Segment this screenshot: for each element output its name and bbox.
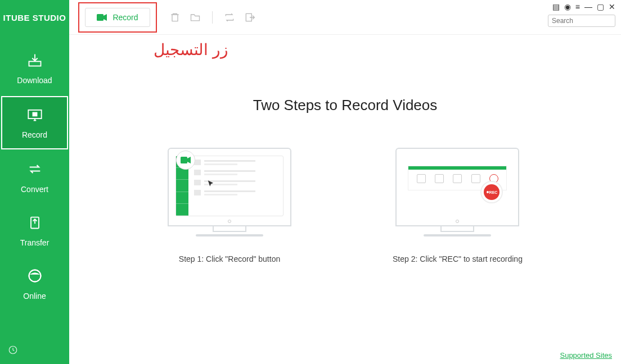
toolbar: Record <box>69 0 621 35</box>
main-area: ▤ ◉ ≡ — ▢ ✕ Record <box>69 0 621 364</box>
sidebar-item-label: Download <box>17 76 52 85</box>
menu-icon[interactable]: ≡ <box>575 2 580 11</box>
sidebar-item-record[interactable]: Record <box>1 96 68 149</box>
transfer-icon <box>27 215 43 230</box>
step2-caption: Step 2: Click "REC" to start recording <box>393 254 523 263</box>
sidebar-item-online[interactable]: Online <box>0 257 69 311</box>
titlebar: ▤ ◉ ≡ — ▢ ✕ <box>552 2 615 11</box>
feedback-icon[interactable]: ▤ <box>552 2 560 11</box>
rec-label: REC <box>489 190 498 194</box>
content: Two Steps to Record Videos <box>69 35 621 364</box>
maximize-icon[interactable]: ▢ <box>597 2 604 11</box>
record-icon <box>27 107 43 122</box>
svg-rect-0 <box>29 61 40 66</box>
sidebar-item-label: Transfer <box>20 238 50 247</box>
record-button-label: Record <box>112 13 138 22</box>
search-box <box>548 15 615 27</box>
step1-illustration <box>168 148 291 226</box>
message-icon[interactable]: ◉ <box>564 2 571 11</box>
step-1: Step 1: Click "Record" button <box>168 148 291 263</box>
rec-badge: REC <box>480 181 503 203</box>
svg-rect-11 <box>181 157 187 163</box>
delete-icon[interactable] <box>169 12 181 23</box>
sidebar-item-label: Record <box>22 130 47 139</box>
record-button-highlight: Record <box>78 2 157 33</box>
step1-caption: Step 1: Click "Record" button <box>179 254 280 263</box>
svg-rect-9 <box>97 14 104 21</box>
online-icon <box>27 268 43 284</box>
step-2: REC Step 2: Click "REC" to start recordi… <box>393 148 523 263</box>
loop-icon[interactable] <box>224 12 235 23</box>
sidebar: ITUBE STUDIO Download Record Convert Tra… <box>0 0 69 364</box>
sidebar-item-label: Online <box>23 292 46 301</box>
download-icon <box>27 52 43 68</box>
close-icon[interactable]: ✕ <box>609 2 615 11</box>
search-input[interactable] <box>548 15 615 27</box>
svg-rect-2 <box>33 112 37 116</box>
sidebar-item-download[interactable]: Download <box>0 42 69 95</box>
svg-point-7 <box>29 270 40 281</box>
sidebar-item-transfer[interactable]: Transfer <box>0 204 69 257</box>
cursor-icon <box>207 180 215 188</box>
annotation-text: زر التسجيل <box>154 40 228 59</box>
convert-icon <box>27 161 43 177</box>
camera-badge-icon <box>176 151 195 170</box>
minimize-icon[interactable]: — <box>584 2 592 11</box>
sidebar-footer <box>0 338 69 364</box>
page-heading: Two Steps to Record Videos <box>253 97 438 114</box>
history-icon[interactable] <box>8 345 18 355</box>
folder-icon[interactable] <box>190 12 201 23</box>
step2-illustration: REC <box>395 148 519 226</box>
sidebar-item-label: Convert <box>21 185 48 194</box>
supported-sites-link[interactable]: Supported Sites <box>560 351 612 360</box>
record-button[interactable]: Record <box>85 8 150 27</box>
camera-icon <box>97 14 107 21</box>
app-logo: ITUBE STUDIO <box>0 0 69 35</box>
sidebar-item-convert[interactable]: Convert <box>0 151 69 204</box>
export-icon[interactable] <box>244 12 255 23</box>
toolbar-divider <box>212 11 213 24</box>
